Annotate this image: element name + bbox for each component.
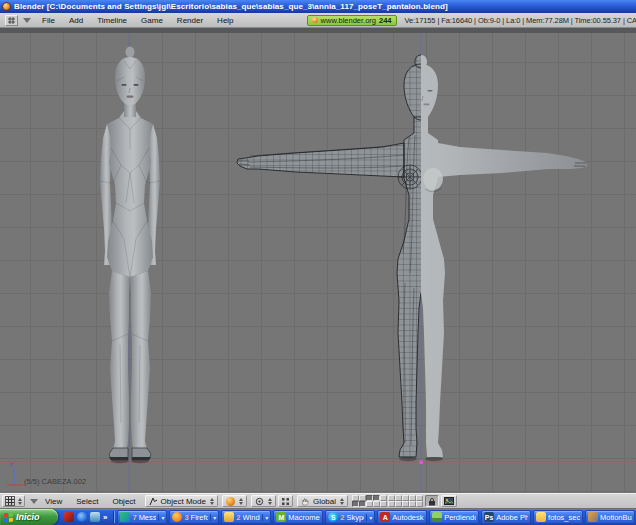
mode-dropdown[interactable]: Object Mode: [145, 495, 218, 507]
taskbar-button-perdiendo[interactable]: Perdiendo ...: [429, 510, 479, 524]
viewport-type-selector[interactable]: [2, 495, 25, 507]
render-preview-button[interactable]: [441, 495, 457, 507]
quick-launch-icon-3[interactable]: [90, 512, 100, 522]
layer-group-1: [352, 495, 387, 507]
header-collapse-icon[interactable]: [23, 18, 31, 23]
motionbuilder-icon: [588, 512, 598, 522]
start-label: Inicio: [16, 512, 40, 522]
layer-toggle[interactable]: [402, 501, 409, 507]
panel-collapse-icon[interactable]: [30, 499, 38, 504]
taskbar-button-messenger[interactable]: 7 Messe... ▾: [117, 510, 167, 524]
menu-timeline[interactable]: Timeline: [90, 16, 134, 25]
window-title: Blender [C:\Documents and Settings\jgl\E…: [14, 2, 448, 11]
task-label: Firefox: [191, 513, 209, 522]
task-label: Windo...: [243, 513, 261, 522]
taskbar-button-skype[interactable]: S 2 Skype.... ▾: [325, 510, 375, 524]
task-label: Messe...: [139, 513, 157, 522]
taskbar-button-motionbuilder[interactable]: MotionBuil...: [585, 510, 635, 524]
task-label: Autodesk ...: [392, 513, 424, 522]
blender-org-icon: [312, 17, 318, 23]
start-button[interactable]: Inicio: [0, 509, 58, 525]
explorer-icon: [224, 512, 234, 522]
messenger-icon: [120, 512, 130, 522]
select-menu[interactable]: Select: [69, 497, 105, 506]
quick-launch-bar: »: [58, 509, 112, 525]
taskbar-button-firefox[interactable]: 3 Firefox ▾: [169, 510, 219, 524]
windows-flag-icon: [4, 512, 13, 522]
quick-launch-icon-1[interactable]: [64, 512, 74, 522]
taskbar-separator: [113, 511, 115, 523]
layer-toggle[interactable]: [366, 501, 373, 507]
layer-toggle[interactable]: [416, 501, 423, 507]
mode-icon: [149, 497, 158, 506]
group-expand-icon[interactable]: ▾: [262, 514, 268, 521]
viewport-header: View Select Object Object Mode Global: [0, 493, 636, 509]
firefox-icon: [172, 512, 182, 522]
draw-mode-stepper[interactable]: [239, 498, 243, 505]
folder-icon: [536, 512, 546, 522]
blender-app-icon: [2, 2, 11, 11]
pivot-dropdown[interactable]: [251, 495, 276, 507]
group-expand-icon[interactable]: ▾: [210, 514, 216, 521]
3d-viewport[interactable]: z (5/5) CABEZA.002: [0, 33, 636, 493]
3d-view-icon: [5, 496, 15, 506]
menu-add[interactable]: Add: [62, 16, 90, 25]
viewport-type-stepper[interactable]: [18, 498, 22, 505]
title-bar[interactable]: Blender [C:\Documents and Settings\jgl\E…: [0, 0, 636, 13]
layer-toggle[interactable]: [409, 501, 416, 507]
mode-stepper[interactable]: [210, 498, 214, 505]
task-label: Perdiendo ...: [444, 513, 476, 522]
taskbar-button-photoshop[interactable]: Ps Adobe Pho...: [481, 510, 531, 524]
group-count: 2: [236, 513, 240, 522]
scene-statistics: Ve:17155 | Fa:16640 | Ob:9-0 | La:0 | Me…: [405, 16, 636, 25]
taskbar-button-autodesk[interactable]: A Autodesk ...: [377, 510, 427, 524]
group-expand-icon[interactable]: ▾: [366, 514, 372, 521]
view-menu[interactable]: View: [38, 497, 69, 506]
task-label: fotos_sec: [548, 513, 580, 522]
window-type-widget[interactable]: [5, 15, 31, 26]
quick-launch-icon-2[interactable]: [77, 512, 87, 522]
task-label: Macromedi...: [288, 513, 320, 522]
lock-button[interactable]: [425, 495, 439, 507]
layer-toggle[interactable]: [395, 501, 402, 507]
layer-toggle[interactable]: [373, 501, 380, 507]
taskbar-button-explorer[interactable]: 2 Windo... ▾: [221, 510, 271, 524]
orientation-dropdown[interactable]: Global: [297, 495, 348, 507]
menu-file[interactable]: File: [35, 16, 62, 25]
quick-launch-overflow-chevron[interactable]: »: [103, 513, 107, 522]
blender-org-count: 244: [379, 16, 392, 25]
menu-game[interactable]: Game: [134, 16, 170, 25]
layer-toggle[interactable]: [352, 501, 359, 507]
render-preview-icon: [444, 497, 454, 505]
blender-org-label: www.blender.org: [321, 16, 376, 25]
layer-toggle[interactable]: [388, 501, 395, 507]
taskbar-button-fotos-sec[interactable]: fotos_sec: [533, 510, 583, 524]
group-count: 7: [132, 513, 136, 522]
blender-org-badge[interactable]: www.blender.org 244: [307, 15, 397, 26]
viewport-canvas: z: [0, 33, 636, 493]
model-tpose-figure[interactable]: [237, 55, 587, 461]
manipulator-toggle[interactable]: [278, 495, 293, 507]
window-type-icon[interactable]: [5, 15, 18, 26]
layer-toggle[interactable]: [380, 501, 387, 507]
pivot-stepper[interactable]: [268, 498, 272, 505]
group-expand-icon[interactable]: ▾: [158, 514, 164, 521]
object-menu[interactable]: Object: [105, 497, 142, 506]
layer-toggle[interactable]: [359, 501, 366, 507]
group-count: 2: [340, 513, 344, 522]
orientation-stepper[interactable]: [340, 498, 344, 505]
active-object-label: (5/5) CABEZA.002: [24, 477, 86, 486]
model-solid-figure[interactable]: [100, 47, 160, 464]
task-label: MotionBuil...: [600, 513, 632, 522]
menu-help[interactable]: Help: [210, 16, 240, 25]
photoshop-icon: Ps: [484, 512, 494, 522]
svg-text:z: z: [10, 461, 13, 467]
mode-label: Object Mode: [161, 497, 206, 506]
menu-render[interactable]: Render: [170, 16, 210, 25]
image-icon: [432, 512, 442, 522]
layer-group-2: [388, 495, 423, 507]
taskbar-button-macromedia[interactable]: M Macromedi...: [273, 510, 323, 524]
lock-icon: [428, 497, 436, 506]
blender-window: Blender [C:\Documents and Settings\jgl\E…: [0, 0, 636, 525]
draw-mode-dropdown[interactable]: [222, 495, 247, 507]
